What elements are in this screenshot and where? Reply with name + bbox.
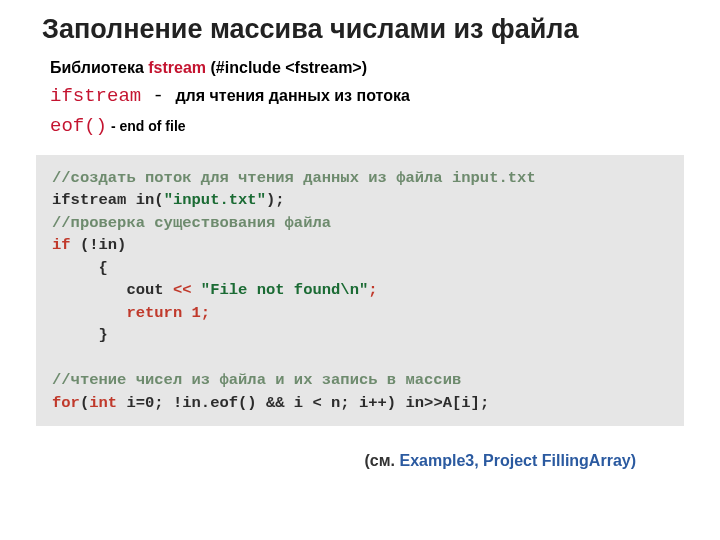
code-string: "File not found\n"	[201, 281, 368, 299]
eof-kw: eof()	[50, 115, 107, 137]
code-text: {	[52, 259, 108, 277]
code-text: ;	[368, 281, 377, 299]
ifstream-kw: ifstream	[50, 85, 141, 107]
footer-note: (см. Example3, Project FillingArray)	[36, 452, 636, 470]
code-keyword: if	[52, 236, 80, 254]
code-text: }	[52, 326, 108, 344]
ifstream-line: ifstream - для чтения данных из потока	[50, 85, 684, 107]
code-text: cout	[52, 281, 173, 299]
code-comment: //чтение чисел из файла и их запись в ма…	[52, 371, 461, 389]
code-comment: //проверка существования файла	[52, 214, 331, 232]
code-operator: <<	[173, 281, 201, 299]
ifstream-desc: для чтения данных из потока	[175, 87, 409, 104]
footer-a: (см.	[365, 452, 396, 469]
code-text: 1;	[192, 304, 211, 322]
code-keyword: int	[89, 394, 117, 412]
library-include: (#include <fstream>)	[206, 59, 367, 76]
ifstream-dash: -	[141, 85, 175, 107]
code-text: (	[80, 394, 89, 412]
code-text: );	[266, 191, 285, 209]
eof-line: eof() - end of file	[50, 115, 684, 137]
code-text: (!in)	[80, 236, 127, 254]
code-block: //создать поток для чтения данных из фай…	[36, 155, 684, 426]
code-keyword: for	[52, 394, 80, 412]
code-text: i=0; !in.eof() && i < n; i++) in>>A[i];	[117, 394, 489, 412]
code-text: ifstream in(	[52, 191, 164, 209]
library-name: fstream	[148, 59, 206, 76]
library-line: Библиотека fstream (#include <fstream>)	[50, 59, 684, 77]
code-comment: //создать поток для чтения данных из фай…	[52, 169, 536, 187]
slide-title: Заполнение массива числами из файла	[42, 14, 684, 45]
footer-b: Example3, Project FillingArray)	[395, 452, 636, 469]
code-keyword: return	[52, 304, 192, 322]
code-string: "input.txt"	[164, 191, 266, 209]
eof-desc: - end of file	[107, 118, 186, 134]
library-lead: Библиотека	[50, 59, 148, 76]
